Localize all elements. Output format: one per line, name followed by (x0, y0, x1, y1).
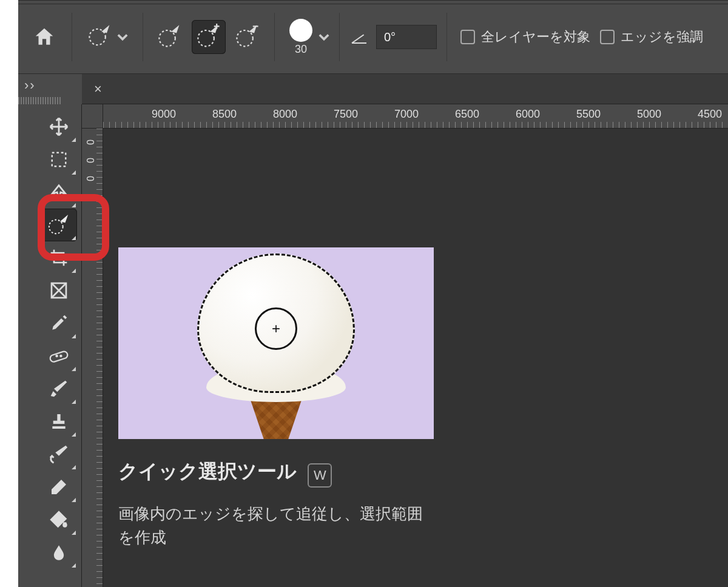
new-selection-button[interactable] (153, 20, 187, 54)
stamp-icon (49, 412, 69, 431)
quick-selection-tool[interactable] (41, 209, 77, 241)
tooltip-title: クイック選択ツール (118, 458, 297, 485)
toolbox-grip[interactable] (18, 97, 61, 104)
brush-size-label: 30 (295, 43, 307, 56)
angle-icon (352, 28, 370, 46)
eraser-tool[interactable] (41, 471, 77, 503)
blur-tool[interactable] (41, 536, 77, 569)
quick-select-icon (47, 213, 70, 236)
ruler-tick: 0 (84, 158, 95, 163)
ruler-tick: 7000 (394, 108, 419, 121)
toolbox (36, 104, 82, 587)
subtract-from-selection-button[interactable] (231, 20, 265, 54)
history-brush-tool[interactable] (41, 438, 77, 471)
brush-cursor: + (255, 307, 297, 350)
frame-icon (49, 281, 69, 300)
tooltip-description: 画像内のエッジを探して追従し、選択範囲を作成 (118, 502, 434, 549)
marquee-icon (50, 150, 68, 169)
svg-point-1 (159, 30, 175, 46)
crop-icon (49, 248, 69, 267)
divider (143, 13, 143, 61)
lasso-tool[interactable] (41, 176, 77, 209)
brush-preview-circle (289, 19, 312, 42)
angle-input[interactable] (376, 25, 437, 49)
brush-tool[interactable] (41, 372, 77, 405)
move-icon (49, 116, 69, 137)
svg-point-2 (198, 30, 214, 46)
divider (447, 13, 447, 61)
horizontal-ruler[interactable]: 9000 8500 8000 7500 7000 6500 6000 5500 … (103, 104, 728, 129)
svg-rect-4 (52, 153, 66, 167)
quick-select-add-icon (195, 24, 222, 50)
gradient-tool[interactable] (41, 503, 77, 536)
divider (274, 13, 275, 61)
eraser-icon (49, 477, 69, 497)
home-icon (33, 25, 56, 49)
history-brush-icon (49, 444, 69, 465)
droplet-icon (50, 543, 67, 562)
ruler-tick: 0 (84, 176, 95, 181)
home-button[interactable] (29, 22, 59, 52)
ruler-tick: 8000 (273, 108, 297, 121)
cursor-plus-icon: + (272, 320, 280, 337)
healing-brush-tool[interactable] (41, 340, 77, 372)
svg-point-8 (56, 355, 57, 357)
clone-stamp-tool[interactable] (41, 405, 77, 438)
brush-angle-group (352, 25, 437, 49)
sample-all-layers-option[interactable]: 全レイヤーを対象 (460, 28, 590, 46)
ruler-tick: 9000 (152, 108, 176, 121)
crop-tool[interactable] (41, 241, 77, 274)
divider (72, 13, 72, 61)
quick-select-subtract-icon (234, 24, 261, 50)
enhance-edge-option[interactable]: エッジを強調 (600, 28, 703, 46)
bandage-icon (49, 348, 69, 364)
paint-bucket-icon (49, 509, 69, 530)
chevron-down-icon (117, 32, 128, 42)
ruler-tick: 5000 (637, 108, 661, 121)
tooltip-preview-image: + (118, 247, 434, 439)
quick-select-icon (87, 24, 113, 50)
chevron-down-icon[interactable] (318, 32, 329, 42)
ruler-tick: 6000 (516, 108, 540, 121)
svg-point-3 (237, 30, 252, 46)
selection-mode-group (153, 20, 265, 54)
vertical-ruler[interactable]: 0 0 0 4 (82, 104, 103, 587)
svg-point-5 (49, 220, 63, 233)
sample-all-layers-label: 全レイヤーを対象 (481, 28, 590, 46)
tooltip-shortcut-key: W (308, 463, 332, 488)
eyedropper-icon (49, 314, 69, 333)
checkbox-unchecked-icon[interactable] (460, 30, 475, 44)
svg-rect-7 (49, 351, 69, 363)
tool-preset-picker[interactable] (82, 20, 133, 54)
ruler-tick: 7500 (334, 108, 358, 121)
ruler-origin-corner[interactable] (82, 104, 103, 129)
checkbox-unchecked-icon[interactable] (600, 30, 615, 44)
move-tool[interactable] (41, 110, 77, 143)
ruler-tick: 4 (84, 195, 95, 201)
ruler-tick: 6500 (455, 108, 479, 121)
lasso-icon (49, 182, 69, 203)
brush-picker[interactable]: 30 (289, 19, 312, 56)
tool-tooltip: クイック選択ツール W 画像内のエッジを探して追従し、選択範囲を作成 (118, 458, 434, 549)
expand-panels-button[interactable]: ›› (24, 78, 36, 93)
tab-close-button[interactable]: × (94, 81, 102, 97)
document-tab-bar: ›› × (82, 74, 728, 104)
ruler-tick: 0 (84, 139, 95, 145)
options-bar: 30 全レイヤーを対象 エッジを強調 (18, 0, 728, 74)
frame-tool[interactable] (41, 274, 77, 307)
marquee-tool[interactable] (41, 143, 77, 176)
add-to-selection-button[interactable] (192, 20, 226, 54)
brush-icon (49, 379, 69, 398)
ruler-tick: 5500 (576, 108, 601, 121)
eyedropper-tool[interactable] (41, 307, 77, 340)
quick-select-new-icon (157, 24, 183, 50)
divider (339, 13, 340, 61)
ruler-tick: 8500 (212, 108, 237, 121)
ruler-tick: 4500 (698, 108, 722, 121)
svg-point-9 (60, 355, 61, 357)
enhance-edge-label: エッジを強調 (621, 28, 703, 46)
